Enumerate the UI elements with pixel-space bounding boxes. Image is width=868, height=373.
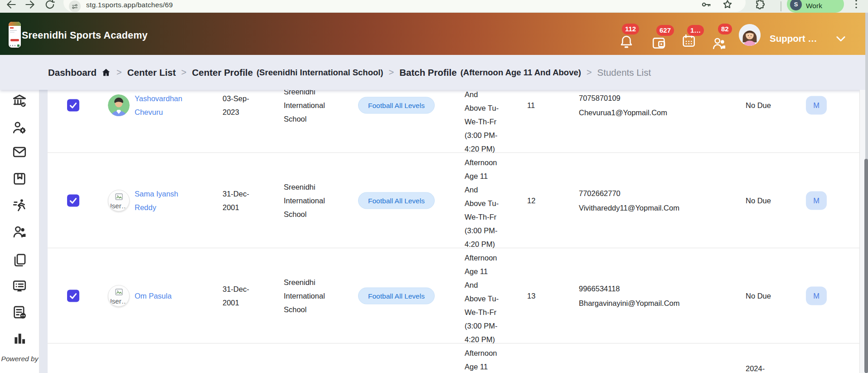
members-badge: 82: [718, 24, 732, 34]
profile-label: Work: [806, 1, 822, 11]
app-title: Sreenidhi Sports Academy: [22, 29, 148, 42]
sidebar-item-reports[interactable]: [12, 304, 27, 320]
breadcrumb-dashboard-label: Dashboard: [48, 67, 97, 78]
breadcrumb-batch-profile[interactable]: Batch Profile (Afternoon Age 11 And Abov…: [399, 67, 581, 78]
breadcrumb-center-profile-label: Center Profile: [192, 67, 253, 78]
breadcrumb-separator: >: [116, 67, 123, 78]
sidebar-item-sports[interactable]: [12, 197, 27, 213]
fees-button[interactable]: [651, 35, 667, 51]
sidebar-item-analytics[interactable]: [12, 331, 27, 346]
browser-toolbar: stg.1sports.app/batches/69 S Work: [0, 0, 868, 13]
bookmark-box-icon: [12, 171, 27, 186]
breadcrumb-dashboard[interactable]: Dashboard: [48, 67, 111, 78]
fees-badge: 627: [656, 25, 674, 36]
program-badge: Football All Levels: [358, 192, 435, 209]
profile-chip[interactable]: S Work: [787, 0, 844, 13]
student-checkbox[interactable]: [67, 99, 79, 112]
due-status: No Due: [746, 194, 771, 207]
tune-icon[interactable]: [69, 0, 81, 12]
phone-text: 7702662770: [579, 186, 728, 201]
due-status: 2024-: [746, 362, 765, 373]
copy-docs-icon: [12, 252, 27, 268]
page-scrollbar-thumb[interactable]: [864, 159, 868, 373]
browser-forward-button[interactable]: [24, 0, 36, 10]
breadcrumb-separator: >: [388, 67, 395, 78]
phone-text: 9966534118: [579, 281, 728, 296]
student-row: User… Afternoon Age 11 And Above Tu- We-…: [0, 344, 868, 373]
school-cell: Sreenidhi International School: [284, 180, 339, 221]
user-avatar[interactable]: [739, 24, 761, 46]
notifications-badge: 112: [622, 24, 639, 34]
app-header: Sreenidhi Sports Academy 112 627 1…: [0, 13, 868, 55]
breadcrumb-center-profile[interactable]: Center Profile (Sreenidhi International …: [192, 67, 383, 78]
content-left-gutter: [39, 90, 48, 373]
password-key-icon[interactable]: [700, 0, 712, 10]
powered-by-label: Powered by: [0, 352, 39, 366]
student-row: User… Sama Iyansh Reddy 31-Dec-2001 Sree…: [0, 153, 868, 248]
support-menu[interactable]: Support …: [770, 33, 817, 44]
chevron-down-icon[interactable]: [836, 35, 846, 43]
sidebar-item-programs[interactable]: [12, 171, 27, 186]
sidebar-item-messages[interactable]: [12, 144, 27, 160]
phone-text: 7075870109: [579, 91, 728, 105]
age-cell: 13: [527, 289, 547, 303]
program-badge: Football All Levels: [358, 97, 435, 114]
bookmark-star-icon[interactable]: [722, 0, 733, 10]
wallet-icon: [651, 35, 667, 51]
dob-cell: 31-Dec-2001: [223, 282, 259, 309]
people-group-icon: [712, 35, 727, 51]
check-icon: [68, 196, 78, 206]
breadcrumb-center-profile-sub: (Sreenidhi International School): [257, 68, 383, 78]
due-status: No Due: [746, 289, 771, 303]
student-name-link[interactable]: Yashovardhan Chevuru: [135, 92, 188, 119]
browser-back-button[interactable]: [5, 0, 17, 10]
student-avatar-broken: User…: [108, 285, 130, 307]
student-name-link[interactable]: Om Pasula: [135, 289, 188, 303]
breadcrumb-separator: >: [586, 67, 593, 78]
breadcrumb-center-list[interactable]: Center List: [127, 67, 176, 78]
student-name-link[interactable]: Sama Iyansh Reddy: [135, 187, 188, 214]
browser-reload-button[interactable]: [44, 0, 56, 10]
sidebar-item-members[interactable]: [12, 224, 27, 239]
bar-chart-icon: [12, 331, 27, 346]
boy-avatar-icon: [108, 94, 130, 116]
broken-image-icon: [115, 289, 123, 295]
address-bar[interactable]: stg.1sports.app/batches/69: [63, 0, 746, 12]
user-settings-icon: [12, 120, 27, 135]
extensions-icon[interactable]: [754, 0, 766, 10]
runner-icon: [12, 197, 27, 213]
browser-menu-button[interactable]: [850, 0, 862, 10]
student-avatar: [108, 94, 130, 116]
toolbar-divider: [781, 1, 781, 11]
profile-avatar: S: [790, 0, 802, 10]
age-cell: 12: [527, 194, 547, 207]
home-icon: [101, 68, 111, 78]
student-checkbox[interactable]: [67, 195, 79, 207]
notifications-button[interactable]: [619, 34, 634, 49]
academy-icon: [12, 93, 27, 108]
sidebar-item-kiosk[interactable]: [12, 279, 27, 294]
gender-badge: M: [806, 287, 827, 305]
students-table: User… Yashovardhan Chevuru 03-Sep-2023 S…: [0, 58, 868, 373]
sidebar-item-documents[interactable]: [12, 252, 27, 268]
age-cell: 11: [527, 98, 547, 112]
url-text: stg.1sports.app/batches/69: [86, 0, 173, 10]
sidebar: Powered by: [0, 55, 39, 373]
app-logo: [9, 22, 21, 48]
check-icon: [68, 291, 78, 301]
breadcrumb: Dashboard > Center List > Center Profile…: [0, 55, 868, 90]
sidebar-item-user-management[interactable]: [12, 120, 27, 135]
avatar-alt-text: User…: [108, 202, 128, 210]
members-button[interactable]: [712, 35, 727, 51]
sidebar-item-centers[interactable]: [12, 93, 27, 108]
schedule-badge: 1…: [687, 25, 704, 36]
contact-cell: 9966534118 Bhargavinayini@Yopmail.Com: [579, 281, 728, 310]
schedule-cell: Afternoon Age 11 And Above Tu- We-Th-Fr …: [465, 251, 506, 346]
people-icon: [12, 224, 27, 239]
dob-cell: 03-Sep-2023: [223, 92, 259, 119]
student-checkbox[interactable]: [67, 290, 79, 302]
gender-badge: M: [806, 191, 827, 210]
email-text: Bhargavinayini@Yopmail.Com: [579, 296, 728, 310]
contact-cell: 7075870109 Chevurua1@Yopmail.Com: [579, 91, 728, 120]
breadcrumb-batch-profile-label: Batch Profile: [399, 67, 456, 78]
